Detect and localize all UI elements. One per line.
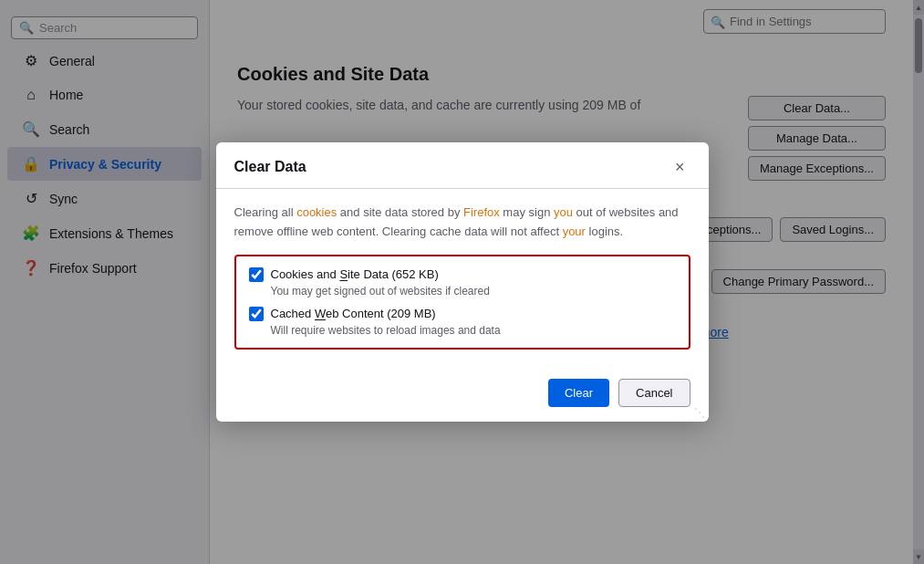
modal-body: Clearing all cookies and site data store…: [216, 189, 709, 379]
resize-handle[interactable]: ⋱: [694, 407, 705, 418]
cookies-checkbox[interactable]: [249, 267, 264, 282]
cache-checkbox[interactable]: [249, 307, 264, 321]
modal-cancel-button[interactable]: Cancel: [618, 379, 690, 407]
modal-footer: Clear Cancel: [216, 379, 709, 422]
clear-data-modal: Clear Data × Clearing all cookies and si…: [216, 142, 709, 422]
cookies-option-label: Cookies and Site Data (652 KB): [271, 267, 439, 281]
warning-your-highlight: your: [563, 225, 586, 238]
modal-overlay: Clear Data × Clearing all cookies and si…: [0, 0, 924, 564]
cookies-option-desc: You may get signed out of websites if cl…: [271, 285, 676, 298]
warning-firefox-highlight: Firefox: [463, 205, 500, 219]
cache-option: Cached Web Content (209 MB) Will require…: [249, 307, 676, 337]
modal-options-box: Cookies and Site Data (652 KB) You may g…: [234, 255, 690, 350]
cookies-option: Cookies and Site Data (652 KB) You may g…: [249, 267, 676, 298]
cache-option-label: Cached Web Content (209 MB): [271, 307, 436, 320]
warning-you-highlight: you: [554, 205, 573, 219]
modal-title: Clear Data: [234, 159, 306, 175]
modal-clear-button[interactable]: Clear: [548, 379, 609, 407]
modal-header: Clear Data ×: [216, 142, 709, 189]
warning-cookies-highlight: cookies: [296, 205, 337, 219]
modal-close-button[interactable]: ×: [670, 157, 690, 177]
cache-option-desc: Will require websites to reload images a…: [271, 324, 676, 337]
modal-warning-text: Clearing all cookies and site data store…: [234, 204, 690, 242]
